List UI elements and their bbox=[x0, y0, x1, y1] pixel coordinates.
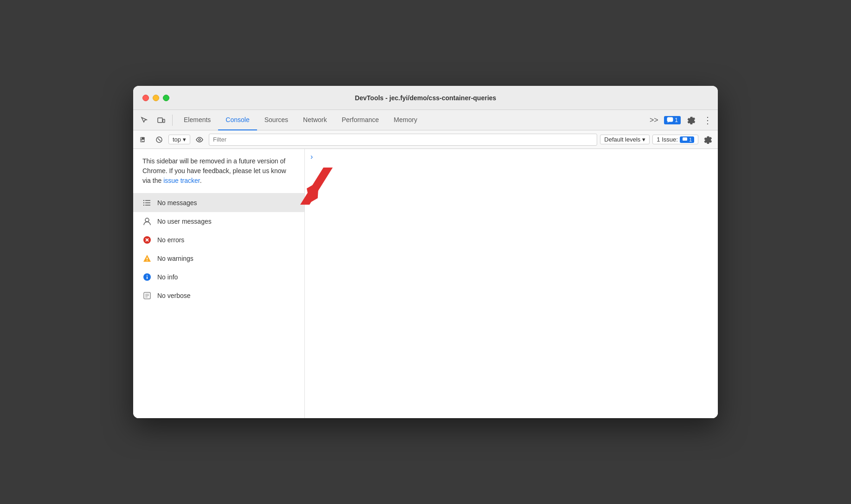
issue-label: 1 Issue: bbox=[657, 136, 678, 143]
sidebar: This sidebar will be removed in a future… bbox=[133, 149, 305, 418]
stop-button[interactable] bbox=[153, 133, 166, 146]
issue-count-badge[interactable]: 1 bbox=[664, 116, 681, 124]
titlebar: DevTools - jec.fyi/demo/css-container-qu… bbox=[133, 86, 718, 110]
console-settings-button[interactable] bbox=[701, 133, 714, 146]
sidebar-item-no-user-messages[interactable]: No user messages bbox=[133, 212, 304, 231]
settings-button[interactable] bbox=[683, 113, 698, 128]
more-tabs-button[interactable]: >> bbox=[646, 113, 661, 128]
warning-icon bbox=[142, 254, 152, 263]
tab-network[interactable]: Network bbox=[296, 110, 334, 130]
svg-line-5 bbox=[158, 138, 161, 141]
tab-elements[interactable]: Elements bbox=[176, 110, 218, 130]
minimize-button[interactable] bbox=[153, 95, 159, 101]
console-gear-icon bbox=[703, 136, 712, 144]
traffic-lights bbox=[142, 95, 169, 101]
content-area: This sidebar will be removed in a future… bbox=[133, 149, 718, 418]
error-icon bbox=[142, 235, 152, 245]
sidebar-item-no-info[interactable]: No info bbox=[133, 268, 304, 286]
badge-count: 1 bbox=[675, 117, 678, 123]
sidebar-label-no-info: No info bbox=[157, 273, 178, 281]
sidebar-label-no-warnings: No warnings bbox=[157, 255, 193, 262]
eye-button[interactable] bbox=[193, 133, 206, 146]
sidebar-label-no-verbose: No verbose bbox=[157, 292, 191, 299]
issue-number: 1 bbox=[689, 137, 692, 142]
filter-input[interactable] bbox=[209, 134, 597, 146]
back-icon bbox=[140, 136, 147, 143]
device-toolbar-button[interactable] bbox=[154, 113, 168, 128]
svg-point-16 bbox=[145, 218, 149, 222]
issue-button[interactable]: 1 Issue: 1 bbox=[652, 135, 698, 144]
svg-rect-15 bbox=[143, 205, 144, 206]
svg-rect-2 bbox=[667, 117, 673, 122]
dropdown-arrow-icon: ▾ bbox=[183, 136, 186, 143]
chat-icon bbox=[667, 117, 673, 123]
log-levels-label: Default levels bbox=[604, 136, 640, 143]
context-label: top bbox=[173, 136, 181, 143]
main-toolbar: Elements Console Sources Network Perform… bbox=[133, 110, 718, 130]
tab-performance[interactable]: Performance bbox=[334, 110, 386, 130]
svg-rect-13 bbox=[143, 200, 144, 201]
issue-badge: 1 bbox=[680, 136, 694, 143]
eye-icon bbox=[195, 137, 204, 142]
sidebar-label-no-user-messages: No user messages bbox=[157, 218, 212, 225]
stop-icon bbox=[155, 136, 163, 143]
window-title: DevTools - jec.fyi/demo/css-container-qu… bbox=[355, 94, 496, 102]
tab-memory[interactable]: Memory bbox=[387, 110, 425, 130]
sidebar-item-no-errors[interactable]: No errors bbox=[133, 231, 304, 249]
sidebar-notice: This sidebar will be removed in a future… bbox=[133, 149, 304, 194]
issue-tracker-link[interactable]: issue tracker bbox=[163, 177, 200, 184]
list-icon bbox=[142, 198, 152, 207]
context-selector[interactable]: top ▾ bbox=[168, 135, 190, 144]
sidebar-item-no-warnings[interactable]: No warnings bbox=[133, 249, 304, 268]
svg-rect-0 bbox=[158, 118, 162, 123]
close-button[interactable] bbox=[142, 95, 149, 101]
console-chevron-icon[interactable]: › bbox=[310, 153, 313, 161]
more-options-button[interactable]: ⋮ bbox=[701, 113, 714, 128]
sidebar-item-no-verbose[interactable]: No verbose bbox=[133, 286, 304, 305]
maximize-button[interactable] bbox=[163, 95, 169, 101]
console-main: › bbox=[305, 149, 718, 418]
log-levels-arrow-icon: ▾ bbox=[642, 136, 645, 143]
console-toolbar: top ▾ Default levels ▾ 1 Issue: 1 bbox=[133, 130, 718, 149]
sidebar-item-no-messages[interactable]: No messages bbox=[133, 194, 304, 212]
svg-rect-7 bbox=[683, 137, 687, 141]
red-arrow-annotation bbox=[291, 168, 333, 207]
info-icon bbox=[142, 272, 152, 282]
svg-point-6 bbox=[199, 139, 200, 141]
console-prompt-area: › bbox=[305, 149, 718, 165]
tab-sources[interactable]: Sources bbox=[257, 110, 296, 130]
log-levels-selector[interactable]: Default levels ▾ bbox=[600, 135, 650, 144]
inspect-element-button[interactable] bbox=[137, 113, 152, 128]
tab-console[interactable]: Console bbox=[218, 110, 257, 130]
gear-icon bbox=[687, 116, 695, 124]
back-button[interactable] bbox=[137, 133, 150, 146]
verbose-icon bbox=[142, 291, 152, 300]
devtools-window: DevTools - jec.fyi/demo/css-container-qu… bbox=[133, 86, 718, 418]
user-icon bbox=[142, 217, 152, 226]
issue-chat-icon bbox=[682, 137, 688, 142]
toolbar-separator bbox=[172, 115, 173, 126]
sidebar-label-no-errors: No errors bbox=[157, 236, 184, 244]
svg-point-24 bbox=[147, 275, 148, 276]
svg-point-21 bbox=[147, 260, 148, 261]
sidebar-list: No messages No user messages bbox=[133, 194, 304, 418]
tab-list: Elements Console Sources Network Perform… bbox=[176, 110, 645, 130]
svg-rect-14 bbox=[143, 202, 144, 203]
toolbar-right: >> 1 ⋮ bbox=[646, 113, 714, 128]
sidebar-label-no-messages: No messages bbox=[157, 199, 197, 207]
svg-rect-1 bbox=[163, 119, 165, 123]
